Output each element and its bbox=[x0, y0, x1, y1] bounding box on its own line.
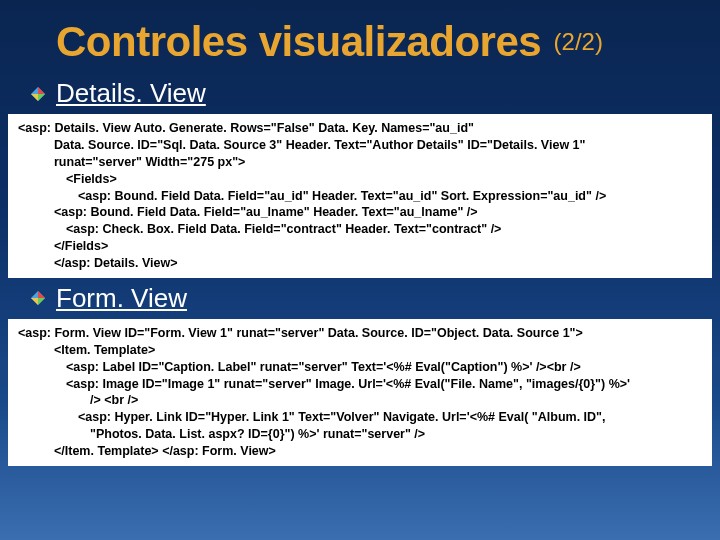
diamond-bullet-icon bbox=[30, 86, 46, 102]
code-formview: <asp: Form. View ID="Form. View 1" runat… bbox=[8, 319, 712, 466]
code-line: /> <br /> bbox=[16, 392, 704, 409]
code-line: "Photos. Data. List. aspx? ID={0}") %>' … bbox=[16, 426, 704, 443]
code-line: Data. Source. ID="Sql. Data. Source 3" H… bbox=[16, 137, 704, 154]
code-line: <asp: Bound. Field Data. Field="au_id" H… bbox=[16, 188, 704, 205]
code-line: </asp: Details. View> bbox=[16, 255, 704, 272]
svg-marker-5 bbox=[38, 291, 45, 298]
diamond-bullet-icon bbox=[30, 290, 46, 306]
svg-marker-1 bbox=[38, 87, 45, 94]
code-line: <asp: Check. Box. Field Data. Field="con… bbox=[16, 221, 704, 238]
code-line: <asp: Details. View Auto. Generate. Rows… bbox=[16, 120, 704, 137]
code-line: <Item. Template> bbox=[16, 342, 704, 359]
section-detailsview: Details. View bbox=[0, 76, 720, 111]
svg-marker-6 bbox=[38, 298, 45, 305]
code-line: <Fields> bbox=[16, 171, 704, 188]
code-detailsview: <asp: Details. View Auto. Generate. Rows… bbox=[8, 114, 712, 278]
title-sub: (2/2) bbox=[554, 28, 603, 55]
code-line: </Item. Template> </asp: Form. View> bbox=[16, 443, 704, 460]
section-formview: Form. View bbox=[0, 281, 720, 316]
section-heading-formview: Form. View bbox=[56, 283, 187, 314]
section-heading-detailsview: Details. View bbox=[56, 78, 206, 109]
svg-marker-3 bbox=[31, 94, 38, 101]
slide-title: Controles visualizadores (2/2) bbox=[0, 0, 720, 74]
code-line: <asp: Hyper. Link ID="Hyper. Link 1" Tex… bbox=[16, 409, 704, 426]
svg-marker-2 bbox=[38, 94, 45, 101]
svg-marker-7 bbox=[31, 298, 38, 305]
code-line: <asp: Image ID="Image 1" runat="server" … bbox=[16, 376, 704, 393]
code-line: runat="server" Width="275 px"> bbox=[16, 154, 704, 171]
code-line: <asp: Form. View ID="Form. View 1" runat… bbox=[16, 325, 704, 342]
code-line: </Fields> bbox=[16, 238, 704, 255]
title-main: Controles visualizadores bbox=[56, 18, 541, 65]
code-line: <asp: Bound. Field Data. Field="au_lname… bbox=[16, 204, 704, 221]
code-line: <asp: Label ID="Caption. Label" runat="s… bbox=[16, 359, 704, 376]
